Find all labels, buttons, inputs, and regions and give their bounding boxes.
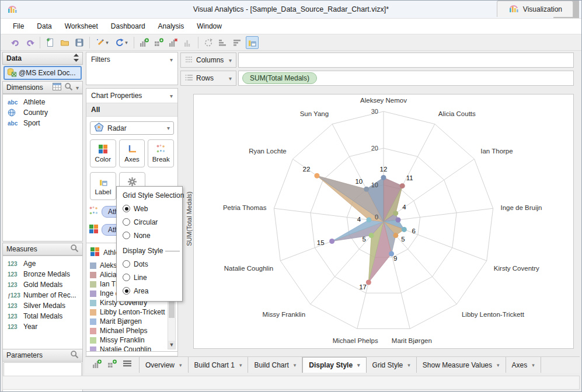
legend-item[interactable]: Natalie Coughlin bbox=[86, 345, 177, 352]
format-wand-button[interactable]: ▾ bbox=[93, 36, 111, 49]
scroll-down-icon[interactable]: ▼ bbox=[168, 341, 175, 349]
radar-point[interactable] bbox=[329, 239, 334, 244]
add-worksheet-icon[interactable] bbox=[92, 359, 102, 370]
sheet-tab-show-measure-values[interactable]: Show Measure Values▾ bbox=[417, 357, 506, 373]
worksheet-list-icon[interactable] bbox=[123, 360, 132, 370]
rows-shelf-area[interactable]: SUM(Total Medals) bbox=[238, 71, 574, 86]
data-value-label: 4 bbox=[357, 216, 361, 223]
measure-item[interactable]: 123Age bbox=[3, 258, 82, 269]
radio-area[interactable]: Area bbox=[123, 284, 182, 298]
data-value-label: 10 bbox=[355, 178, 363, 185]
radar-point[interactable] bbox=[393, 233, 398, 238]
measure-item[interactable]: 123Silver Medals bbox=[3, 300, 82, 311]
break-button[interactable]: Break bbox=[148, 139, 174, 167]
sort-descending-button[interactable] bbox=[231, 36, 244, 49]
sheet-tab-overview[interactable]: Overview▾ bbox=[140, 357, 189, 373]
refresh-button[interactable]: ▾ bbox=[113, 36, 130, 49]
measure-item[interactable]: 123Bronze Medals bbox=[3, 269, 82, 279]
search-icon[interactable] bbox=[70, 350, 79, 360]
open-button[interactable] bbox=[58, 36, 71, 49]
menu-dashboard[interactable]: Dashboard bbox=[106, 20, 151, 33]
rows-shelf[interactable]: Rows ▾ bbox=[180, 71, 236, 86]
add-crosstab-button[interactable] bbox=[152, 36, 165, 49]
columns-shelf-area[interactable] bbox=[238, 52, 574, 68]
radar-point[interactable] bbox=[364, 187, 369, 192]
table-icon[interactable] bbox=[53, 83, 61, 92]
sheet-tab-axes[interactable]: Axes▾ bbox=[506, 357, 541, 373]
radar-point[interactable] bbox=[366, 279, 371, 285]
redo-button[interactable] bbox=[23, 36, 36, 49]
menu-worksheet[interactable]: Worksheet bbox=[60, 20, 103, 33]
legend-swatch bbox=[90, 281, 96, 288]
radar-point[interactable] bbox=[381, 175, 386, 180]
color-icon bbox=[90, 247, 100, 258]
dimensions-header: Dimensions ▾ bbox=[2, 81, 83, 94]
radar-point[interactable] bbox=[402, 227, 407, 232]
color-button[interactable]: Color bbox=[90, 139, 116, 167]
label-button[interactable]: Label bbox=[90, 172, 116, 200]
chart-type-dropdown[interactable]: Radar ▾ bbox=[90, 121, 174, 135]
data-source-item[interactable]: @MS Excel Doc... bbox=[4, 66, 82, 80]
legend-swatch bbox=[90, 318, 96, 325]
tab-visualization[interactable]: Visualization bbox=[497, 1, 573, 17]
dimension-item[interactable]: abcAthlete bbox=[3, 97, 82, 107]
measure-item[interactable]: 123Year bbox=[3, 321, 82, 332]
radar-point[interactable] bbox=[314, 173, 319, 178]
rows-pill[interactable]: SUM(Total Medals) bbox=[242, 72, 317, 84]
radar-point[interactable] bbox=[366, 217, 371, 222]
radar-chart-panel[interactable]: 0102030121146591751542210Aleksey NemovAl… bbox=[193, 94, 574, 349]
radio-dots[interactable]: Dots bbox=[123, 257, 182, 271]
radar-point[interactable] bbox=[369, 233, 374, 238]
chevron-down-icon[interactable]: ▾ bbox=[76, 85, 79, 91]
sheet-tab-build-chart-1[interactable]: Build Chart 1▾ bbox=[189, 357, 249, 373]
search-icon[interactable] bbox=[70, 244, 79, 254]
data-value-label: 5 bbox=[362, 236, 365, 243]
circular-selection-button[interactable] bbox=[202, 36, 215, 49]
sheet-tab-display-style[interactable]: Display Style▾ bbox=[302, 357, 366, 373]
radar-point[interactable] bbox=[400, 183, 405, 188]
radar-point[interactable] bbox=[393, 211, 398, 216]
legend-item[interactable]: Libby Lenton-Trickett bbox=[86, 307, 177, 317]
axes-button[interactable]: Axes bbox=[119, 139, 145, 167]
menu-analysis[interactable]: Analysis bbox=[153, 20, 190, 33]
axis-category-label: Kirsty Coventry bbox=[494, 265, 539, 272]
undo-button[interactable] bbox=[9, 36, 22, 49]
radio-none[interactable]: None bbox=[123, 229, 182, 242]
radar-point[interactable] bbox=[396, 217, 401, 222]
radar-chart[interactable]: 0102030121146591751542210Aleksey NemovAl… bbox=[194, 94, 574, 349]
new-workbook-button[interactable] bbox=[44, 36, 57, 49]
sort-ascending-button[interactable] bbox=[217, 36, 229, 49]
menu-window[interactable]: Window bbox=[191, 20, 227, 33]
sheet-tab-grid-style[interactable]: Grid Style▾ bbox=[367, 357, 417, 373]
legend-item[interactable]: Marit Bjørgen bbox=[86, 317, 177, 326]
legend-item[interactable]: Michael Phelps bbox=[86, 326, 177, 335]
radio-web[interactable]: Web bbox=[123, 202, 182, 215]
collapse-icon[interactable]: ▾ bbox=[170, 93, 173, 99]
parameters-box[interactable] bbox=[4, 362, 82, 376]
numeric-icon: 123 bbox=[8, 261, 20, 267]
legend-item[interactable]: Missy Franklin bbox=[86, 335, 177, 345]
dimension-item[interactable]: Country bbox=[3, 107, 82, 118]
columns-shelf[interactable]: Columns ▾ bbox=[180, 52, 236, 68]
sheet-tab-build-chart[interactable]: Build Chart▾ bbox=[248, 357, 302, 373]
add-dashboard-icon[interactable] bbox=[107, 359, 117, 370]
sort-updown-icon[interactable] bbox=[74, 54, 79, 64]
delete-chart-button[interactable] bbox=[167, 36, 180, 49]
axis-category-label: Petria Thomas bbox=[223, 204, 267, 211]
add-chart-button[interactable] bbox=[138, 36, 151, 49]
collapse-icon[interactable]: ▾ bbox=[170, 57, 173, 63]
search-icon[interactable] bbox=[64, 82, 73, 93]
show-chart-button[interactable] bbox=[246, 36, 259, 49]
chart-disabled-button[interactable] bbox=[182, 36, 194, 49]
dimension-item[interactable]: abcSport bbox=[3, 118, 82, 128]
measure-item[interactable]: ƒ123Number of Rec... bbox=[3, 290, 82, 300]
menu-data[interactable]: Data bbox=[32, 20, 57, 33]
radio-line[interactable]: Line bbox=[123, 271, 182, 284]
measure-item[interactable]: 123Total Medals bbox=[3, 311, 82, 321]
measure-item[interactable]: 123Gold Medals bbox=[3, 279, 82, 290]
legend-swatch bbox=[90, 272, 96, 278]
menu-file[interactable]: File bbox=[8, 20, 29, 33]
radio-circular[interactable]: Circular bbox=[123, 215, 182, 229]
chart-scope-label: All bbox=[86, 103, 177, 117]
save-button[interactable] bbox=[73, 36, 86, 49]
